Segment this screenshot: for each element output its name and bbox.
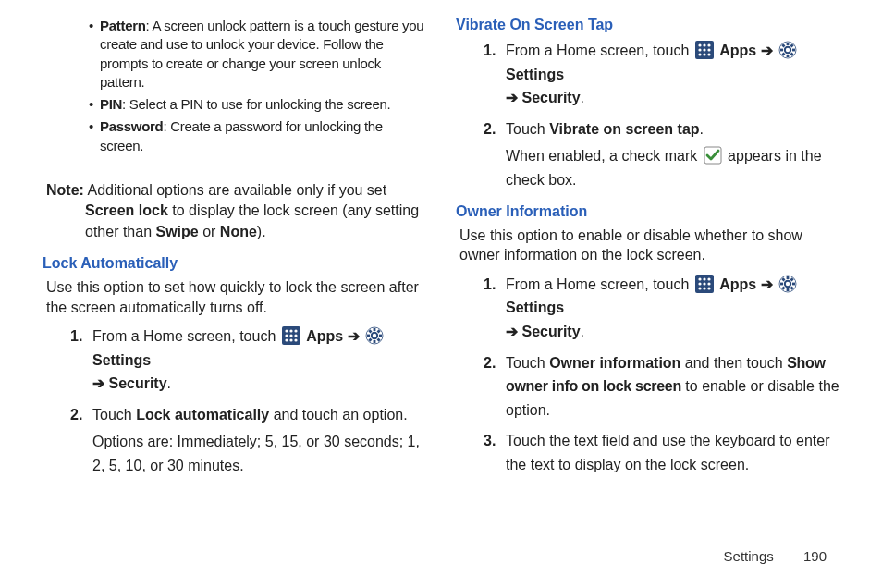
svg-point-12: [373, 334, 376, 337]
apps-icon: [282, 326, 300, 345]
arrow-icon: ➔: [506, 324, 521, 339]
section-intro: Use this option to enable or disable whe…: [459, 226, 839, 265]
arrow-icon: ➔: [343, 328, 363, 344]
note-bold: None: [220, 224, 257, 239]
desc: : A screen unlock pattern is a touch ges…: [100, 18, 423, 90]
step-item: Touch Vibrate on screen tap. When enable…: [484, 117, 839, 192]
svg-point-19: [707, 48, 710, 51]
step-text: Touch: [506, 121, 549, 137]
svg-point-39: [786, 282, 790, 286]
list-item: PIN: Select a PIN to use for unlocking t…: [89, 95, 426, 114]
step-text: Touch: [92, 407, 136, 423]
left-column: Pattern: A screen unlock pattern is a to…: [43, 17, 426, 485]
settings-label: Settings: [506, 67, 564, 82]
svg-point-16: [707, 43, 710, 46]
svg-point-20: [698, 53, 701, 55]
svg-point-21: [703, 53, 705, 55]
step-item: Touch Owner information and then touch S…: [484, 351, 839, 423]
security-label: Security: [521, 324, 580, 339]
svg-point-30: [707, 277, 710, 280]
step-text: From a Home screen, touch: [506, 276, 693, 292]
apps-label: Apps: [719, 43, 756, 58]
svg-point-36: [707, 287, 710, 289]
svg-point-35: [703, 287, 705, 289]
settings-label: Settings: [506, 300, 564, 315]
step-sub: When enabled, a check mark appears in th…: [506, 144, 839, 191]
step-text: and then touch: [680, 355, 787, 371]
page-footer: Settings 190: [724, 548, 827, 564]
apps-label: Apps: [719, 276, 756, 292]
step-item: Touch the text field and use the keyboar…: [484, 429, 839, 476]
svg-point-5: [289, 335, 292, 337]
footer-section: Settings: [724, 548, 774, 564]
security-label: Security: [108, 375, 166, 391]
note-text: or: [199, 224, 220, 239]
security-label: Security: [521, 90, 580, 105]
steps-owner: From a Home screen, touch Apps ➔ Setting…: [456, 273, 839, 477]
step-text: From a Home screen, touch: [506, 43, 693, 58]
step-item: Touch Lock automatically and touch an op…: [70, 403, 426, 478]
svg-point-33: [707, 282, 710, 285]
checkmark-icon: [704, 146, 722, 165]
svg-point-14: [698, 43, 701, 46]
section-intro: Use this option to set how quickly to lo…: [46, 277, 426, 317]
step-item: From a Home screen, touch Apps ➔ Setting…: [484, 273, 839, 344]
svg-point-31: [698, 282, 701, 285]
unlock-options-list: Pattern: A screen unlock pattern is a to…: [43, 17, 426, 155]
period: .: [581, 324, 584, 339]
svg-point-29: [703, 277, 705, 280]
note-bold: Swipe: [156, 224, 199, 239]
step-item: From a Home screen, touch Apps ➔ Setting…: [484, 39, 839, 110]
svg-point-7: [285, 339, 288, 342]
term: Pattern: [100, 18, 146, 33]
step-text: .: [700, 121, 704, 137]
period: .: [581, 90, 584, 105]
apps-icon: [695, 41, 714, 59]
note-text: Additional options are available only if…: [87, 182, 386, 198]
arrow-icon: ➔: [506, 90, 521, 105]
note-block: Note: Additional options are available o…: [43, 180, 426, 242]
term: PIN: [100, 96, 122, 112]
svg-point-8: [289, 339, 292, 342]
svg-point-25: [786, 48, 790, 52]
page-content: Pattern: A screen unlock pattern is a to…: [0, 0, 882, 485]
svg-point-18: [703, 48, 705, 51]
step-sub: Options are: Immediately; 5, 15, or 30 s…: [92, 430, 426, 477]
arrow-icon: ➔: [756, 276, 777, 292]
right-column: Vibrate On Screen Tap From a Home screen…: [456, 17, 839, 485]
svg-point-22: [707, 53, 710, 55]
apps-icon: [695, 275, 714, 293]
section-heading-vibrate: Vibrate On Screen Tap: [456, 17, 839, 33]
step-text: From a Home screen, touch: [92, 328, 280, 344]
svg-point-28: [698, 277, 701, 280]
svg-point-6: [294, 335, 297, 337]
period: .: [167, 375, 171, 391]
svg-point-4: [285, 335, 288, 337]
svg-point-34: [698, 287, 701, 289]
step-bold: Owner information: [549, 355, 680, 371]
steps-lock-auto: From a Home screen, touch Apps ➔ Setting…: [43, 325, 426, 478]
section-heading-lock-auto: Lock Automatically: [43, 255, 426, 272]
sub-text: When enabled, a check mark: [506, 148, 702, 164]
step-item: From a Home screen, touch Apps ➔ Setting…: [70, 325, 426, 396]
settings-icon: [778, 41, 797, 59]
step-text: Touch: [506, 355, 549, 371]
settings-label: Settings: [92, 352, 151, 368]
svg-point-1: [285, 330, 288, 333]
step-bold: Lock automatically: [136, 407, 269, 423]
svg-point-15: [703, 43, 705, 46]
svg-point-32: [703, 282, 705, 285]
note-bold: Screen lock: [85, 202, 168, 218]
step-bold: Vibrate on screen tap: [549, 121, 699, 137]
svg-point-3: [294, 330, 297, 333]
list-item: Pattern: A screen unlock pattern is a to…: [89, 17, 426, 92]
svg-point-17: [698, 48, 701, 51]
settings-icon: [778, 275, 797, 293]
section-heading-owner: Owner Information: [456, 203, 839, 220]
list-item: Password: Create a password for unlockin…: [89, 117, 426, 155]
note-label: Note:: [46, 182, 84, 198]
svg-point-2: [289, 330, 292, 333]
note-text: ).: [257, 224, 266, 239]
term: Password: [100, 118, 163, 134]
arrow-icon: ➔: [92, 375, 108, 391]
